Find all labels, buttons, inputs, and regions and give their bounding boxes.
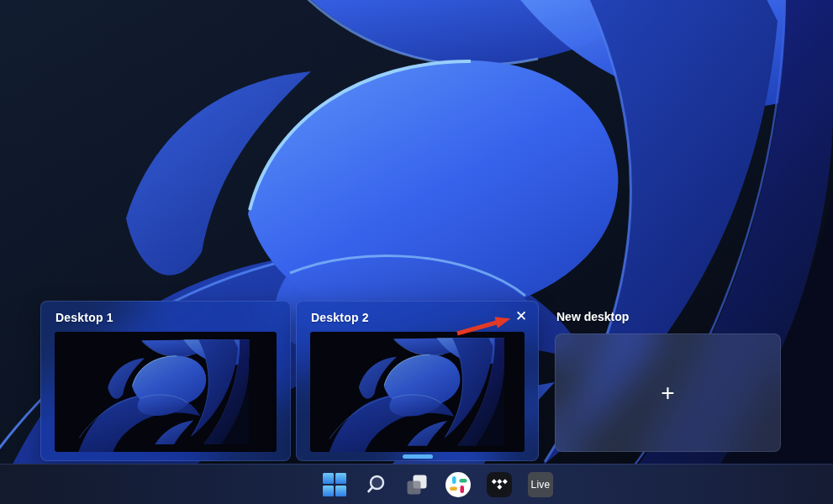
task-view-icon — [406, 474, 428, 496]
active-desktop-indicator — [403, 454, 433, 459]
new-desktop-section: New desktop + — [551, 301, 783, 459]
plus-icon: + — [661, 381, 674, 405]
close-icon: ✕ — [515, 308, 527, 324]
new-desktop-label: New desktop — [556, 310, 629, 323]
new-desktop-tile[interactable]: + — [555, 333, 781, 452]
search-button[interactable] — [362, 467, 389, 502]
desktop-2-thumbnail[interactable] — [310, 332, 525, 452]
desktop-1-thumbnail[interactable] — [55, 332, 277, 452]
desktop-card-2[interactable]: Desktop 2 ✕ — [296, 301, 539, 461]
ableton-live-button[interactable]: Live — [527, 467, 554, 502]
close-desktop-2-button[interactable]: ✕ — [510, 306, 532, 328]
desktop-card-1[interactable]: Desktop 1 — [40, 301, 291, 461]
windows-start-icon — [322, 472, 347, 497]
task-view-button[interactable] — [403, 467, 430, 502]
search-icon — [365, 474, 387, 496]
desktop-2-wallpaper-preview — [310, 332, 525, 452]
ableton-live-label: Live — [531, 479, 551, 491]
desktop-1-wallpaper-preview — [55, 332, 277, 452]
windows-11-task-view-screen: Desktop 1 Desktop 2 ✕ — [0, 0, 833, 504]
start-button[interactable] — [321, 467, 348, 502]
desktop-1-label: Desktop 1 — [55, 311, 113, 324]
tidal-button[interactable] — [486, 467, 513, 502]
tidal-icon — [487, 472, 512, 497]
ableton-live-icon: Live — [528, 472, 553, 497]
slack-icon — [445, 472, 471, 497]
desktop-2-label: Desktop 2 — [311, 311, 369, 324]
taskbar: Live — [0, 464, 833, 504]
slack-button[interactable] — [445, 467, 472, 502]
taskbar-icons: Live — [321, 465, 554, 504]
